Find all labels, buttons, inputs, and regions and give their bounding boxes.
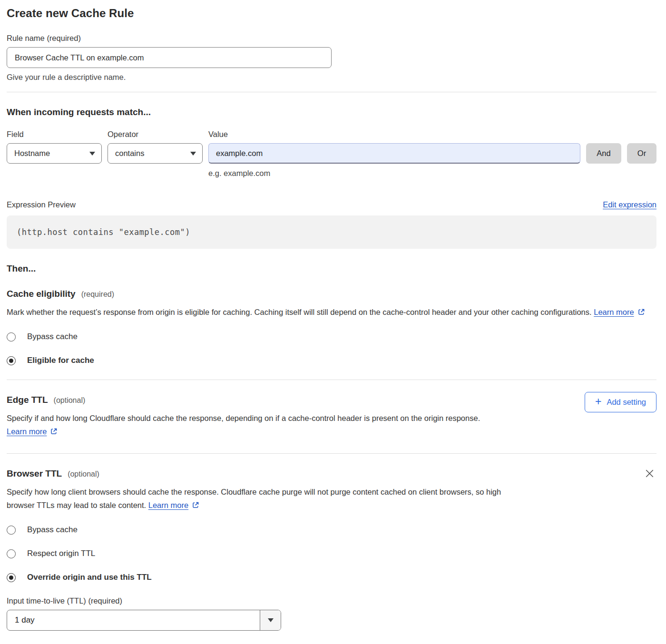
radio-eligible-for-cache[interactable]: Eligible for cache xyxy=(7,356,656,365)
match-heading: When incoming requests match... xyxy=(7,107,656,117)
radio-icon xyxy=(7,526,16,535)
browser-ttl-description-text: Specify how long client browsers should … xyxy=(7,488,501,509)
browser-ttl-header: Browser TTL (optional) xyxy=(7,468,526,479)
ttl-select-value: 1 day xyxy=(7,610,260,630)
chevron-down-icon xyxy=(89,152,95,156)
expression-preview-label: Expression Preview xyxy=(7,200,76,209)
radio-override-origin-ttl[interactable]: Override origin and use this TTL xyxy=(7,573,656,582)
edge-ttl-description: Specify if and how long Cloudflare shoul… xyxy=(7,411,526,438)
create-cache-rule-page: Create new Cache Rule Rule name (require… xyxy=(0,0,666,644)
operator-select[interactable]: contains xyxy=(108,143,203,164)
section-divider xyxy=(7,92,656,92)
match-condition-row: Field Operator Value Hostname contains A… xyxy=(7,130,656,178)
radio-respect-origin-ttl[interactable]: Respect origin TTL xyxy=(7,549,656,558)
then-heading: Then... xyxy=(7,263,656,274)
page-title: Create new Cache Rule xyxy=(7,7,656,20)
add-setting-button[interactable]: + Add setting xyxy=(585,392,656,412)
radio-icon xyxy=(7,332,16,342)
external-link-icon xyxy=(192,499,199,513)
edge-ttl-description-text: Specify if and how long Cloudflare shoul… xyxy=(7,414,480,422)
expression-code: (http.host contains "example.com") xyxy=(7,215,656,249)
rule-name-label: Rule name (required) xyxy=(7,34,656,43)
edit-expression-link[interactable]: Edit expression xyxy=(603,200,656,209)
value-input[interactable] xyxy=(208,143,580,164)
field-label: Field xyxy=(7,130,102,139)
cache-eligibility-title: Cache eligibility xyxy=(7,289,76,299)
browser-ttl-title: Browser TTL xyxy=(7,468,62,479)
rule-name-help: Give your rule a descriptive name. xyxy=(7,73,656,82)
operator-label: Operator xyxy=(108,130,203,139)
cache-eligibility-description: Mark whether the request’s response from… xyxy=(7,305,656,319)
external-link-icon xyxy=(50,426,58,439)
edge-ttl-title: Edge TTL xyxy=(7,395,48,405)
chevron-down-icon xyxy=(268,618,274,622)
expression-preview-row: Expression Preview Edit expression xyxy=(7,200,656,209)
edge-ttl-section-head: Edge TTL (optional) Specify if and how l… xyxy=(7,380,656,438)
browser-ttl-description: Specify how long client browsers should … xyxy=(7,485,526,512)
close-icon xyxy=(645,468,655,478)
rule-name-input[interactable] xyxy=(7,47,332,68)
optional-badge: (optional) xyxy=(54,396,86,405)
field-select-value: Hostname xyxy=(14,149,50,158)
browser-ttl-options: Bypass cache Respect origin TTL Override… xyxy=(7,525,656,582)
browser-ttl-learn-more-link[interactable]: Learn more xyxy=(148,498,199,512)
radio-icon xyxy=(7,549,16,558)
optional-badge: (optional) xyxy=(68,470,99,478)
and-button[interactable]: And xyxy=(586,143,621,164)
ttl-select[interactable]: 1 day xyxy=(7,610,281,631)
external-link-icon xyxy=(637,306,645,320)
radio-selected-icon xyxy=(7,356,16,365)
cache-eligibility-description-text: Mark whether the request’s response from… xyxy=(7,308,592,316)
value-label: Value xyxy=(208,130,656,139)
chevron-down-icon xyxy=(190,152,196,156)
or-button[interactable]: Or xyxy=(627,143,656,164)
cache-eligibility-learn-more-link[interactable]: Learn more xyxy=(594,305,645,319)
radio-bypass-cache[interactable]: Bypass cache xyxy=(7,525,656,535)
cache-eligibility-options: Bypass cache Eligible for cache xyxy=(7,332,656,365)
close-browser-ttl-button[interactable] xyxy=(643,467,656,480)
browser-ttl-section-head: Browser TTL (optional) Specify how long … xyxy=(7,454,656,512)
radio-bypass-cache[interactable]: Bypass cache xyxy=(7,332,656,342)
edge-ttl-learn-more-link[interactable]: Learn more xyxy=(7,425,58,438)
ttl-select-caret-segment[interactable] xyxy=(260,610,281,630)
required-badge: (required) xyxy=(81,290,114,299)
ttl-input-label: Input time-to-live (TTL) (required) xyxy=(7,596,656,605)
radio-selected-icon xyxy=(7,573,16,582)
operator-select-value: contains xyxy=(115,149,144,158)
edge-ttl-header: Edge TTL (optional) xyxy=(7,395,526,405)
field-select[interactable]: Hostname xyxy=(7,143,102,164)
cache-eligibility-header: Cache eligibility (required) xyxy=(7,289,656,299)
value-hint: e.g. example.com xyxy=(208,169,580,178)
plus-icon: + xyxy=(595,396,601,407)
